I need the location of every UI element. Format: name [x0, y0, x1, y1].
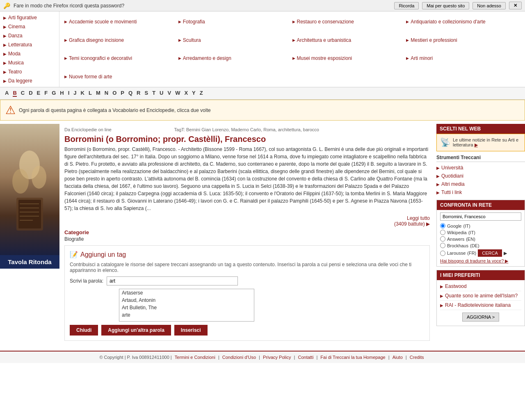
alpha-S[interactable]: S — [144, 90, 148, 97]
top-link-fotografia[interactable]: ▶Fotografia — [178, 13, 292, 31]
confronta-larousse-label: Larousse — [447, 251, 466, 256]
top-link-architettura[interactable]: ▶Architettura e urbanistica — [292, 32, 406, 49]
sidebar-item-danza[interactable]: ▶ Danza — [0, 31, 59, 40]
alpha-Z[interactable]: Z — [200, 90, 203, 97]
dropdown-item-artaserse[interactable]: Artaserse — [119, 289, 254, 297]
warning-text: Ogni parola di questa pagina è collegata… — [19, 107, 211, 113]
alpha-C[interactable]: C — [21, 90, 25, 97]
chiudi-button[interactable]: Chiudi — [70, 325, 98, 336]
alpha-D[interactable]: D — [29, 90, 32, 97]
footer-credits[interactable]: Credits — [410, 355, 424, 360]
top-link-arti-minori[interactable]: ▶Arti minori — [406, 50, 520, 67]
alpha-T[interactable]: T — [152, 90, 155, 97]
dropdown-item-artaud[interactable]: Artaud, Antonin — [119, 297, 254, 304]
sidebar-item-teatro[interactable]: ▶ Teatro — [0, 67, 59, 76]
categories-label: Categorie — [64, 229, 430, 235]
sidebar-item-arti-figurative[interactable]: ▶ Arti figurative — [0, 13, 59, 22]
top-link-arredamento[interactable]: ▶Arredamento e design — [178, 50, 292, 67]
alpha-B[interactable]: B — [13, 90, 16, 97]
read-more-link[interactable]: Leggi tutto (3409 battute) ▶ — [394, 215, 430, 227]
top-link-restauro[interactable]: ▶Restauro e conservazione — [292, 13, 406, 31]
alpha-I[interactable]: I — [68, 90, 70, 97]
top-link-scultura[interactable]: ▶Scultura — [178, 32, 292, 49]
confronta-brockhaus-radio[interactable] — [440, 243, 445, 248]
alpha-K[interactable]: K — [81, 90, 84, 97]
alpha-X[interactable]: X — [184, 90, 188, 97]
footer-copyright: © Copyright — [99, 355, 123, 360]
add-tag-dropdown[interactable]: Artaserse Artaud, Antonin Art Bulletin, … — [119, 289, 254, 322]
preferiti-section: I MIEI PREFERITI ▶ Eastwood ▶ Quante son… — [436, 270, 525, 326]
confronta-answers-radio[interactable] — [440, 236, 445, 242]
dropdown-item-arte[interactable]: arte — [119, 311, 254, 319]
confronta-wikipedia-radio[interactable] — [440, 230, 445, 235]
alpha-U[interactable]: U — [160, 90, 163, 97]
svg-rect-0 — [0, 124, 59, 255]
inserisci-button[interactable]: Inserisci — [174, 325, 208, 336]
confronta-larousse-radio[interactable] — [440, 251, 445, 256]
top-link-accademie[interactable]: ▶Accademie scuole e movimenti — [64, 13, 178, 31]
preferiti-rai[interactable]: ▶ RAI - Radiotelevisione italiana — [440, 301, 521, 310]
top-link-mestieri[interactable]: ▶Mestieri e professioni — [406, 32, 520, 49]
dropdown-item-art-bulletin[interactable]: Art Bulletin, The — [119, 304, 254, 311]
alpha-O[interactable]: O — [112, 90, 116, 97]
alpha-N[interactable]: N — [105, 90, 108, 97]
footer-contatti[interactable]: Contatti — [298, 355, 313, 360]
ricorda-button[interactable]: Ricorda — [394, 2, 419, 9]
alpha-W[interactable]: W — [175, 90, 180, 97]
sidebar-item-moda[interactable]: ▶ Moda — [0, 49, 59, 58]
close-password-bar-button[interactable]: ✕ — [509, 2, 522, 9]
footer-termini[interactable]: Termini e Condizioni — [175, 355, 215, 360]
alpha-V[interactable]: V — [167, 90, 171, 97]
aggiorna-button[interactable]: AGGIORNA > — [462, 313, 499, 322]
preferiti-islam[interactable]: ▶ Quante sono le anime dell'Islam? — [440, 291, 521, 301]
sidebar-item-letteratura[interactable]: ▶ Letteratura — [0, 40, 59, 49]
rss-link[interactable]: ▶ — [475, 142, 478, 147]
footer-fai-treccani[interactable]: Fai di Treccani la tua Homepage — [320, 355, 385, 360]
cerca-button[interactable]: CERCA — [478, 249, 502, 257]
non-adesso-button[interactable]: Non adesso — [472, 2, 506, 9]
top-link-temi[interactable]: ▶Temi iconografici e decorativi — [64, 50, 178, 67]
add-tag-description: Contribuisci a catalogare le risorse del… — [70, 262, 425, 273]
alpha-J[interactable]: J — [73, 90, 76, 97]
alpha-E[interactable]: E — [37, 90, 41, 97]
aggiungi-parola-button[interactable]: Aggiungi un'altra parola — [101, 325, 171, 336]
preferiti-eastwood-link[interactable]: Eastwood — [445, 283, 467, 289]
sidebar-item-musica[interactable]: ▶ Musica — [0, 58, 59, 67]
confronta-google-radio[interactable] — [440, 223, 445, 228]
strumenti-quotidiani[interactable]: ▶ Quotidiani — [436, 172, 525, 180]
alpha-A[interactable]: A — [5, 90, 9, 97]
translate-link[interactable]: Hai bisogno di tradurre la voce? ▶ — [440, 258, 521, 264]
preferiti-eastwood[interactable]: ▶ Eastwood — [440, 282, 521, 291]
footer-aiuto[interactable]: Aiuto — [393, 355, 403, 360]
thumb-label: Tavola Ritonda — [0, 255, 59, 269]
preferiti-islam-link[interactable]: Quante sono le anime dell'Islam? — [445, 293, 518, 299]
alpha-R[interactable]: R — [137, 90, 140, 97]
top-link-nuove-forme[interactable]: ▶Nuove forme di arte — [64, 68, 178, 86]
top-link-antiquariato[interactable]: ▶Antiquariato e collezionismo d'arte — [406, 13, 520, 31]
alpha-F[interactable]: F — [44, 90, 48, 97]
footer-privacy[interactable]: Privacy Policy — [263, 355, 291, 360]
alpha-P[interactable]: P — [121, 90, 124, 97]
mai-button[interactable]: Mai per questo sito — [422, 2, 469, 9]
alpha-M[interactable]: M — [96, 90, 100, 97]
sidebar-item-da-leggere[interactable]: ▶ Da leggere — [0, 76, 59, 85]
add-tag-input-row: Scrivi la parola: — [70, 276, 425, 285]
alpha-L[interactable]: L — [89, 90, 92, 97]
footer-condizioni-uso[interactable]: Condizioni d'Uso — [222, 355, 256, 360]
top-link-musei[interactable]: ▶Musei mostre esposizioni — [292, 50, 406, 67]
sidebar-item-label: Moda — [8, 51, 21, 57]
confronta-input[interactable] — [440, 212, 521, 221]
strumenti-universita[interactable]: ▶ Università — [436, 164, 525, 172]
alpha-Q[interactable]: Q — [128, 90, 132, 97]
preferiti-rai-link[interactable]: RAI - Radiotelevisione italiana — [445, 302, 511, 308]
alpha-G[interactable]: G — [52, 90, 56, 97]
add-tag-input[interactable] — [107, 276, 238, 285]
alpha-H[interactable]: H — [60, 90, 64, 97]
triangle-icon: ▶ — [64, 56, 67, 60]
alpha-Y[interactable]: Y — [192, 90, 196, 97]
strumenti-tutti-link[interactable]: ▶ Tutti i link — [436, 188, 525, 196]
tags-value[interactable]: Bernini Gian Lorenzo, Maderno Carlo, Rom… — [186, 127, 319, 132]
top-link-grafica[interactable]: ▶Grafica disegno incisione — [64, 32, 178, 49]
sidebar-item-cinema[interactable]: ▶ Cinema — [0, 22, 59, 31]
strumenti-altri-media[interactable]: ▶ Altri media — [436, 180, 525, 188]
